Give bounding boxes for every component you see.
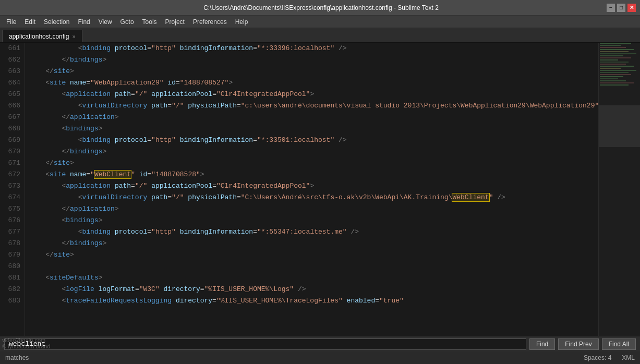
find-prev-button[interactable]: Find Prev	[558, 338, 598, 350]
menu-item-file[interactable]: File	[2, 17, 20, 27]
svg-rect-4	[600, 49, 634, 50]
code-line: <binding protocol="http" bindingInformat…	[29, 135, 594, 146]
line-number: 662	[2, 54, 20, 66]
code-line: <traceFailedRequestsLogging directory="%…	[29, 295, 594, 307]
code-line: </site>	[29, 249, 594, 261]
close-button[interactable]: ✕	[627, 4, 636, 12]
editor-tab[interactable]: applicationhost.config ×	[2, 30, 82, 42]
tab-close-icon[interactable]: ×	[72, 33, 75, 40]
line-number: 672	[2, 169, 20, 180]
svg-rect-19	[600, 80, 626, 81]
svg-rect-11	[600, 64, 626, 65]
line-number: 679	[2, 249, 20, 261]
code-line: <bindings>	[29, 215, 594, 226]
code-line: </bindings>	[29, 54, 594, 66]
code-editor[interactable]: <binding protocol="http" bindingInformat…	[25, 43, 598, 336]
menu-item-project[interactable]: Project	[161, 17, 189, 27]
spaces-indicator: Spaces: 4	[584, 354, 611, 361]
line-number: 665	[2, 89, 20, 100]
code-line: <virtualDirectory path="/" physicalPath=…	[29, 192, 594, 203]
window-title: C:\Users\André\Documents\IISExpress\conf…	[35, 4, 607, 11]
code-line: <application path="/" applicationPool="C…	[29, 180, 594, 192]
svg-rect-3	[600, 47, 626, 48]
maximize-button[interactable]: □	[617, 4, 625, 12]
tab-bar: applicationhost.config ×	[0, 28, 640, 43]
svg-rect-7	[600, 55, 623, 56]
svg-rect-9	[600, 59, 618, 60]
svg-rect-8	[600, 57, 631, 58]
line-number: 664	[2, 77, 20, 89]
find-bar: Find Find Prev Find All	[0, 336, 640, 351]
code-line: <site name="WebApplication29" id="148870…	[29, 77, 594, 89]
code-line: </site>	[29, 66, 594, 77]
line-number: 661	[2, 43, 20, 54]
line-number: 683	[2, 295, 20, 307]
line-number: 668	[2, 123, 20, 135]
line-number: 675	[2, 203, 20, 215]
svg-rect-1	[600, 43, 631, 44]
svg-rect-10	[600, 62, 629, 63]
line-number: 670	[2, 146, 20, 157]
minimap	[598, 43, 640, 336]
menu-item-tools[interactable]: Tools	[138, 17, 161, 27]
line-number: 669	[2, 135, 20, 146]
menu-bar: FileEditSelectionFindViewGotoToolsProjec…	[0, 16, 640, 28]
line-number: 676	[2, 215, 20, 226]
svg-rect-0	[599, 43, 640, 336]
svg-rect-21	[600, 84, 629, 86]
code-line: </site>	[29, 157, 594, 169]
code-line: </bindings>	[29, 146, 594, 157]
menu-item-selection[interactable]: Selection	[40, 17, 74, 27]
code-line: <application path="/" applicationPool="C…	[29, 89, 594, 100]
minimap-visual	[599, 43, 640, 336]
svg-rect-15	[600, 72, 629, 73]
line-number: 680	[2, 261, 20, 272]
svg-rect-14	[600, 70, 636, 71]
svg-rect-6	[600, 53, 636, 54]
line-number: 682	[2, 284, 20, 295]
code-line: <binding protocol="http" bindingInformat…	[29, 226, 594, 238]
menu-item-goto[interactable]: Goto	[116, 17, 138, 27]
title-bar: C:\Users\André\Documents\IISExpress\conf…	[0, 0, 640, 16]
line-number: 663	[2, 66, 20, 77]
svg-rect-20	[600, 82, 634, 83]
find-button[interactable]: Find	[529, 338, 555, 350]
menu-item-view[interactable]: View	[94, 17, 116, 27]
line-number: 678	[2, 238, 20, 249]
minimize-button[interactable]: −	[607, 4, 615, 12]
menu-item-find[interactable]: Find	[74, 17, 94, 27]
line-number: 666	[2, 100, 20, 112]
line-number: 671	[2, 157, 20, 169]
find-input[interactable]	[4, 338, 526, 350]
line-number: 681	[2, 272, 20, 284]
code-line: </bindings>	[29, 238, 594, 249]
line-number: 677	[2, 226, 20, 238]
code-line: <siteDefaults>	[29, 272, 594, 284]
code-line: <virtualDirectory path="/" physicalPath=…	[29, 100, 594, 112]
svg-rect-17	[600, 76, 623, 77]
menu-item-edit[interactable]: Edit	[20, 17, 40, 27]
svg-rect-18	[600, 78, 618, 79]
code-line: </application>	[29, 203, 594, 215]
window-controls: − □ ✕	[607, 4, 636, 12]
status-right: Spaces: 4 XML	[584, 354, 635, 361]
tab-label: applicationhost.config	[9, 33, 69, 40]
line-numbers: 6616626636646656666676686696706716726736…	[0, 43, 25, 336]
line-number: 667	[2, 112, 20, 123]
code-line: <bindings>	[29, 123, 594, 135]
editor-container: 6616626636646656666676686696706716726736…	[0, 43, 640, 336]
svg-rect-12	[600, 66, 634, 67]
svg-rect-5	[600, 51, 629, 52]
svg-rect-2	[600, 45, 621, 46]
code-line: <binding protocol="http" bindingInformat…	[29, 43, 594, 54]
find-all-button[interactable]: Find All	[602, 338, 636, 350]
line-number: 674	[2, 192, 20, 203]
code-line: <site name="WebClient" id="1488708528">	[29, 169, 594, 180]
code-line: <logFile logFormat="W3C" directory="%IIS…	[29, 284, 594, 295]
code-line	[29, 261, 594, 272]
line-number: 673	[2, 180, 20, 192]
code-line: </application>	[29, 112, 594, 123]
menu-item-preferences[interactable]: Preferences	[189, 17, 231, 27]
svg-rect-13	[600, 68, 621, 69]
menu-item-help[interactable]: Help	[231, 17, 252, 27]
